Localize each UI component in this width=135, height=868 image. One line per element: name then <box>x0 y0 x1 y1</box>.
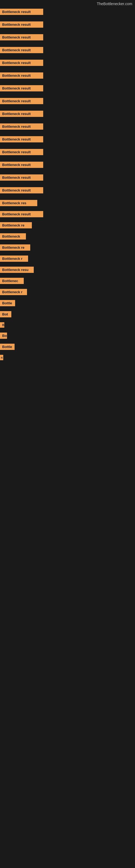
bottleneck-label: Bottleneck result <box>0 9 43 15</box>
list-item[interactable]: Bottleneck re <box>0 243 135 252</box>
list-item[interactable]: Bottleneck <box>0 232 135 241</box>
bottleneck-label: Bottleneck result <box>0 22 43 28</box>
bottleneck-label: Bottleneck result <box>0 72 43 79</box>
bottleneck-label: Bottleneck result <box>0 85 43 91</box>
list-item[interactable]: Bottleneck r <box>0 254 135 263</box>
bottleneck-label: Bottleneck r <box>0 255 28 262</box>
list-item[interactable]: Bottleneck result <box>0 8 135 16</box>
bottleneck-label: Bottleneck resu <box>0 267 34 273</box>
bottleneck-label: n <box>0 355 3 360</box>
bottleneck-label: Bottleneck result <box>0 34 43 40</box>
bottleneck-label: Bottleneck result <box>0 175 43 181</box>
bottleneck-label: Bo <box>0 333 7 339</box>
bottleneck-label: Bottleneck r <box>0 289 27 295</box>
list-item[interactable]: Bottleneck result <box>0 210 135 218</box>
list-item[interactable]: Bottleneck re <box>0 221 135 229</box>
bottleneck-label: B <box>0 322 4 328</box>
bottleneck-label: Bot <box>0 311 11 317</box>
bottleneck-label: Bottleneck result <box>0 98 43 104</box>
list-item[interactable]: Bottleneck result <box>0 33 135 41</box>
bottleneck-label: Bottleneck result <box>0 60 43 66</box>
list-item[interactable]: Bottleneck result <box>0 110 135 118</box>
list-item[interactable]: Bottleneck result <box>0 161 135 169</box>
list-item[interactable]: Bottleneck result <box>0 97 135 105</box>
bottleneck-label: Bottleneck result <box>0 47 43 53</box>
list-item[interactable]: Bottleneck result <box>0 71 135 80</box>
list-item[interactable]: Bottle <box>0 299 135 307</box>
bottleneck-label: Bottleneck result <box>0 211 43 217</box>
bottleneck-label: Bottleneck result <box>0 162 43 168</box>
bottleneck-label: Bottleneck <box>0 233 26 240</box>
list-item[interactable]: Bo <box>0 332 135 340</box>
bottleneck-label: Bottleneck result <box>0 123 43 130</box>
bottleneck-label: Bottleneck re <box>0 244 30 251</box>
list-item[interactable]: Bottleneck result <box>0 122 135 131</box>
site-title: TheBottlenecker.com <box>0 0 135 7</box>
list-item[interactable]: Bottleneck result <box>0 173 135 182</box>
list-item[interactable]: Bottleneck res <box>0 199 135 207</box>
list-item[interactable]: Bottleneck result <box>0 186 135 194</box>
bottleneck-label: Bottleneck result <box>0 187 43 193</box>
list-item[interactable]: Bottleneck resu <box>0 266 135 274</box>
list-item[interactable]: Bottleneck result <box>0 148 135 156</box>
list-item[interactable]: Bottleneck result <box>0 59 135 67</box>
list-item[interactable]: Bottleneck result <box>0 84 135 93</box>
bottleneck-label: Bottleneck re <box>0 222 32 228</box>
list-item[interactable]: Bot <box>0 310 135 318</box>
list-item[interactable]: Bottleneck result <box>0 20 135 29</box>
bottleneck-label: Bottle <box>0 344 14 350</box>
bottleneck-label: Bottleneck result <box>0 111 43 117</box>
list-item[interactable]: Bottlenec <box>0 277 135 285</box>
bottleneck-label: Bottle <box>0 300 15 306</box>
list-item[interactable]: Bottle <box>0 343 135 351</box>
list-item[interactable]: Bottleneck result <box>0 46 135 54</box>
list-item[interactable]: Bottleneck r <box>0 288 135 296</box>
bottleneck-label: Bottlenec <box>0 278 24 284</box>
list-item[interactable]: B <box>0 321 135 329</box>
list-item[interactable]: Bottleneck result <box>0 135 135 144</box>
list-item[interactable]: n <box>0 354 135 361</box>
bottleneck-label: Bottleneck res <box>0 200 37 206</box>
bottleneck-label: Bottleneck result <box>0 149 43 155</box>
site-title-text: TheBottlenecker.com <box>97 2 132 6</box>
bottleneck-label: Bottleneck result <box>0 136 43 143</box>
bottleneck-list: Bottleneck result Bottleneck result Bott… <box>0 7 135 361</box>
